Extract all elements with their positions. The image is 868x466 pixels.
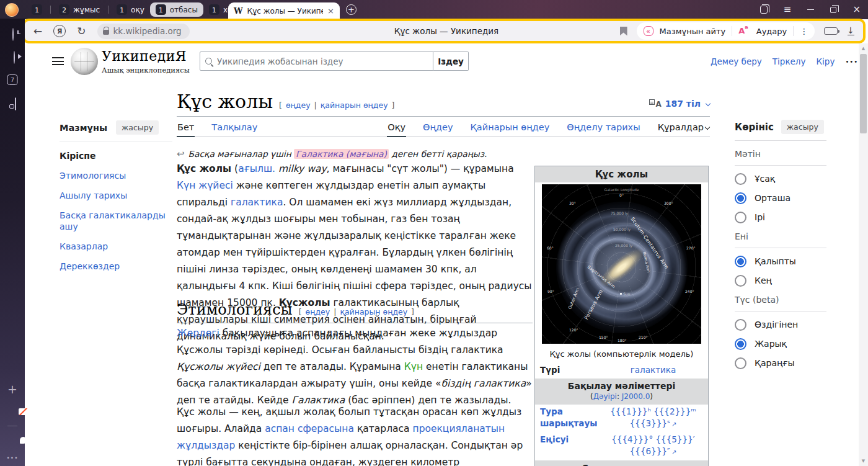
toc-hide-button[interactable]: жасыру — [116, 120, 159, 135]
battery-icon[interactable] — [824, 27, 838, 35]
radio-icon[interactable] — [735, 173, 746, 185]
edit-source-link[interactable]: қайнарын өңдеу — [321, 101, 388, 110]
option-width-standard[interactable]: Қалыпты — [735, 255, 826, 267]
external-link-icon[interactable]: ↗ — [671, 449, 676, 455]
edit-source-link[interactable]: қайнарын өңдеу — [340, 307, 407, 316]
link-sun[interactable]: Күн — [404, 361, 423, 372]
dec-value: {{{4}}}° {{{5}}}′ {{{6}}}″↗ — [603, 434, 703, 458]
edit-link[interactable]: өңдеу — [306, 307, 330, 316]
search-input[interactable] — [217, 56, 428, 66]
link-galaxy[interactable]: галактика — [231, 197, 283, 208]
radio-icon[interactable] — [735, 319, 746, 331]
donate-link[interactable]: Демеу беру — [711, 56, 762, 66]
dec-label-link[interactable]: Еңісуі — [540, 434, 603, 446]
scroll-down-icon[interactable]: ▼ — [859, 459, 868, 464]
toc-item-etymology[interactable]: Этимологиясы — [60, 170, 172, 181]
reload-icon[interactable]: ↻ — [77, 26, 86, 37]
active-tab[interactable]: W Құс жолы — Уикипеди × — [228, 2, 340, 19]
radio-icon[interactable] — [735, 212, 746, 223]
link-earth[interactable]: Жердегі — [177, 328, 219, 339]
tab-page[interactable]: Бет — [177, 122, 195, 137]
tab-tools[interactable]: Құралдар — [657, 122, 710, 137]
register-link[interactable]: Тіркелу — [773, 56, 806, 66]
restore-icon[interactable] — [830, 7, 836, 13]
ra-label-link[interactable]: Тура шарықтауы — [540, 406, 603, 429]
translate-button[interactable]: Аудару — [756, 27, 787, 36]
section-edit-links: [ өңдеу | қайнарын өңдеу ] — [299, 307, 414, 316]
option-text-small[interactable]: Ұсақ — [735, 173, 826, 185]
tab-history[interactable]: Өңделу тарихы — [566, 122, 640, 137]
scrollbar-thumb[interactable] — [860, 54, 867, 133]
profile-avatar[interactable] — [5, 3, 19, 17]
tab-group-work[interactable]: 2 жұмыс — [53, 2, 105, 17]
search-box[interactable] — [200, 52, 433, 71]
link-solar-system[interactable]: Күн жүйесі — [177, 180, 233, 191]
history-icon[interactable] — [12, 28, 14, 41]
wiki-menu-icon[interactable] — [52, 57, 64, 65]
yandex-icon[interactable]: Я — [53, 25, 66, 37]
galaxy-type-link[interactable]: галактика — [603, 364, 703, 376]
epoch-value-link[interactable]: J2000.0 — [622, 392, 650, 401]
tab-talk[interactable]: Талқылау — [211, 122, 258, 137]
option-width-wide[interactable]: Кең — [735, 274, 826, 287]
url-chip[interactable]: kk.wikipedia.org — [97, 24, 190, 39]
tab-edit[interactable]: Өңдеу — [422, 122, 454, 137]
toc-item-other-galaxies[interactable]: Басқа галактикаларды ашу — [60, 210, 172, 232]
language-count: 187 тіл — [665, 99, 701, 109]
minimize-icon[interactable] — [807, 9, 814, 11]
tab-edit-source[interactable]: Қайнарын өңдеу — [470, 122, 551, 137]
toc-item-sources[interactable]: Дереккөздер — [60, 261, 172, 272]
option-color-light[interactable]: Жарық — [735, 338, 826, 350]
tab-groups: 1 2 жұмыс 1 оқу 1 отбасы 1 хобби — [26, 2, 261, 17]
option-text-large[interactable]: Ірі — [735, 211, 826, 223]
epoch-link[interactable]: Дәуірі — [593, 392, 617, 401]
sidebar-more-icon[interactable]: ••• — [7, 455, 19, 461]
sidebar-add-icon[interactable]: + — [7, 383, 17, 395]
toc-item-intro[interactable]: Кіріспе — [60, 150, 172, 161]
appearance-hide-button[interactable]: жасыру — [781, 120, 824, 134]
close-tab-icon[interactable]: × — [327, 6, 334, 16]
screencast-icon[interactable] — [15, 97, 16, 110]
tab-group-study[interactable]: 1 оқу — [111, 2, 150, 17]
downloads-icon[interactable]: ↓ — [847, 27, 854, 36]
more-actions-icon[interactable]: ⋮ — [800, 27, 808, 36]
browser-menu-icon[interactable]: ≡ — [784, 5, 792, 14]
link-english[interactable]: ағылш. — [238, 163, 275, 174]
tabs-panel-icon[interactable] — [760, 6, 768, 14]
radio-icon[interactable] — [735, 275, 746, 287]
scroll-up-icon[interactable]: ▲ — [859, 46, 868, 51]
external-link-icon[interactable]: ↗ — [671, 421, 676, 428]
user-menu-icon[interactable]: ••• — [845, 58, 858, 65]
radio-icon[interactable] — [735, 357, 746, 369]
tab-read[interactable]: Оқу — [387, 122, 406, 137]
media-icon[interactable] — [14, 51, 15, 64]
close-icon[interactable]: × — [852, 5, 861, 14]
back-icon[interactable]: ← — [33, 26, 42, 37]
radio-icon-checked[interactable] — [735, 256, 746, 267]
option-color-auto[interactable]: Өздігінен — [735, 318, 826, 331]
wikipedia-globe-logo[interactable] — [71, 48, 98, 75]
page-scrollbar[interactable]: ▲ ▼ — [859, 43, 868, 466]
toc-item-quasars[interactable]: Квазарлар — [60, 241, 172, 252]
image-label: 210° — [639, 336, 647, 339]
tab-count-icon[interactable]: 7 — [7, 74, 18, 85]
tab-group-family-selected[interactable]: 1 отбасы — [150, 2, 203, 17]
login-link[interactable]: Кіру — [816, 56, 835, 66]
edit-link[interactable]: өңдеу — [286, 101, 311, 110]
toc-item-discovery[interactable]: Ашылу тарихы — [60, 190, 172, 201]
option-text-medium[interactable]: Орташа — [735, 192, 826, 204]
tab-group-1[interactable]: 1 — [26, 2, 48, 17]
hatnote-link-highlighted[interactable]: Галактика (мағына) — [294, 149, 389, 159]
new-tab-button[interactable]: + — [346, 4, 356, 15]
option-color-dark[interactable]: Қараңғы — [735, 357, 826, 369]
search-button[interactable]: Іздеу — [433, 52, 469, 71]
site-title[interactable]: УикипедиЯ — [102, 48, 187, 64]
option-label: Қалыпты — [755, 256, 796, 266]
radio-icon-checked[interactable] — [735, 338, 746, 350]
tab-group-badge: 1 — [156, 4, 166, 15]
link-celestial-sphere[interactable]: аспан сферасына — [265, 423, 354, 434]
language-button[interactable]: A 187 тіл — [649, 99, 710, 109]
milky-way-image[interactable]: Galactic Longitude 0° 30° 300° 60° 270° … — [542, 184, 701, 344]
appearance-title: Көрініс — [735, 122, 774, 133]
radio-icon-checked[interactable] — [735, 192, 746, 204]
